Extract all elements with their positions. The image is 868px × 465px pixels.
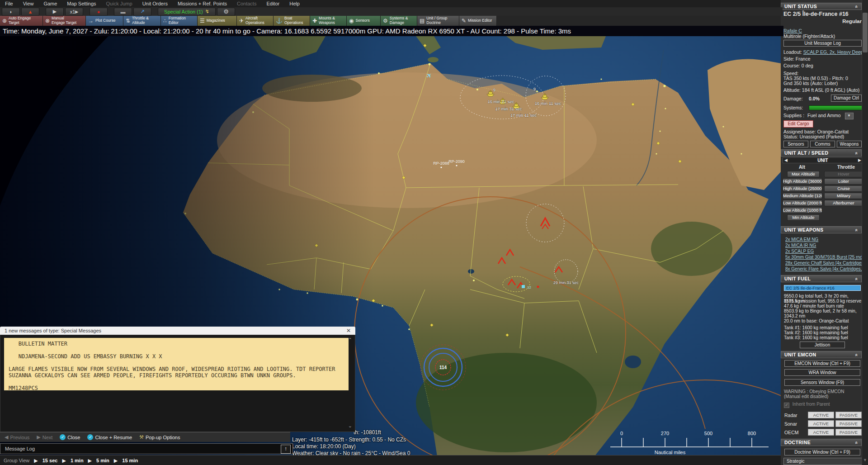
doctrine-strategic-item[interactable]: Strategic [783,458,863,465]
weapon-link[interactable]: 8x Generic Flare Salvo [4x Cartridges, D… [785,266,868,271]
menu-game[interactable]: Game [38,1,62,6]
cruise-throttle-button[interactable]: Cruise [824,185,863,192]
speed-x1-button[interactable]: x1▶ [65,8,83,16]
record-button[interactable]: ● [90,8,108,16]
sonar-active-button[interactable]: ACTIVE [808,420,834,427]
weapon-link[interactable]: 2x SCALP EG [785,249,814,254]
collapse-icon[interactable]: « [854,5,860,9]
popup-title-bar[interactable]: 1 new messages of type: Special Messages [0,327,355,335]
medium-altitude-button[interactable]: Medium Altitude (12000 ft) [783,193,822,199]
play-button[interactable]: ▶ [46,8,64,16]
sensors-button[interactable]: ◉Sensors [347,16,381,26]
menu-help[interactable]: Help [284,1,305,6]
jettison-button[interactable]: Jettison [800,342,845,348]
weapons-panel-button[interactable]: Weapons [837,141,862,147]
oecm-active-button[interactable]: ACTIVE [808,429,834,436]
expand-log-button[interactable]: ↑ [281,445,291,454]
close-resume-button[interactable]: ✓Close + Resume [87,434,132,440]
sensors-panel-button[interactable]: Sensors [783,141,808,147]
mounts-weapons-button[interactable]: ✚Mounts & Weapons [310,16,347,26]
group-view-label[interactable]: Group View [4,458,29,463]
popup-options-button[interactable]: ⚒Pop-up Options [139,434,180,440]
edit-cargo-button[interactable]: Edit Cargo [783,120,813,128]
collapse-icon[interactable]: « [854,278,860,281]
step-15sec[interactable]: 15 sec [42,458,58,463]
unit-weapons-header[interactable]: UNIT WEAPONS« [781,226,862,233]
collapse-icon[interactable]: « [854,229,860,232]
reference-point-marker[interactable] [456,165,457,166]
supplies-dropdown[interactable]: ▼ [845,113,854,119]
high-altitude-36000-button[interactable]: High Altitude (36000 ft) [783,178,822,185]
sidebar-scrollbar[interactable]: ▼ [862,0,868,465]
magazines-button[interactable]: ☰Magazines [198,16,237,26]
comms-panel-button[interactable]: Comms [810,141,835,147]
unit-emcon-header[interactable]: UNIT EMCON« [781,351,862,358]
mission-editor-button[interactable]: ✎Mission Editor [459,16,497,26]
emcon-window-button[interactable]: EMCON Window (Ctrl + F9) [784,360,860,367]
doctrine-ribbon-button[interactable]: ▤Unit / Group Doctrine [417,16,459,26]
boat-operations-button[interactable]: ⚓Boat Operations [274,16,310,26]
sensors-window-button[interactable]: Sensors Window (F9) [784,379,860,386]
radar-active-button[interactable]: ACTIVE [808,412,834,418]
message-log-bar[interactable]: Message Log ↑ [0,443,293,454]
weapon-link[interactable]: 28x Generic Chaff Salvo [4x Cartridges] [785,261,865,266]
special-action-button[interactable]: Special Action (1) ↯ [158,8,216,16]
flame-button[interactable]: ▲ [21,8,39,16]
max-altitude-button[interactable]: Max Altitude [787,171,820,177]
jump-button[interactable]: ↗ [133,8,151,16]
doctrine-header[interactable]: DOCTRINE« [781,439,862,446]
step-15min[interactable]: 15 min [122,458,138,463]
scope-right-icon[interactable]: ▶ [858,158,861,162]
doctrine-window-button[interactable]: Doctrine Window (Ctrl + F9) [784,449,860,456]
menu-unit-orders[interactable]: Unit Orders [137,1,173,6]
unit-status-header[interactable]: UNIT STATUS« [781,3,862,10]
menu-view[interactable]: View [18,1,39,6]
wra-window-button[interactable]: WRA Window [784,369,860,376]
loadout-link[interactable]: SCALP EG, 2x, Heavy Deep Strike [803,49,868,55]
systems-damage-button[interactable]: ⚙Systems & Damage [381,16,417,26]
fuel-unit-selected[interactable]: EC 2/5 Ile-de-France #16 [784,285,861,291]
menu-file[interactable]: File [0,1,18,6]
unit-fuel-header[interactable]: UNIT FUEL« [781,275,862,282]
throttle-altitude-button[interactable]: ⇅Throttle & Altitude [123,16,161,26]
clock-button[interactable]: ◗ [2,8,20,16]
plot-course-button[interactable]: →Plot Course [86,16,123,26]
settings-button[interactable]: ⚙ [217,8,235,16]
step-arrow-icon[interactable]: ▶ [34,458,38,464]
step-arrow-icon[interactable]: ▶ [62,458,66,464]
military-throttle-button[interactable]: Military [824,193,863,199]
hostile-dot-marker[interactable] [537,286,539,288]
close-button[interactable]: ✓Close [60,434,80,440]
low-altitude-1000-button[interactable]: Low Altitude (1000 ft) [783,207,822,214]
unit-message-log-button[interactable]: Unit Message Log [783,40,862,47]
manual-engage-button[interactable]: ⊗Manual Engage Target [43,16,86,26]
weapon-link[interactable]: 2x MICA IR NG [785,243,816,248]
high-altitude-25000-button[interactable]: High Altitude (25000 ft) [783,185,822,192]
scrollbar-thumb[interactable] [863,13,868,52]
menu-missions-ref-points[interactable]: Missions + Ref. Points [173,1,232,6]
afterburner-throttle-button[interactable]: Afterburner [824,200,863,206]
loiter-throttle-button[interactable]: Loiter [824,178,863,185]
scroll-up-icon[interactable]: ⌃ [348,337,352,343]
collapse-icon[interactable]: « [854,441,860,445]
collapse-icon[interactable]: « [854,354,860,357]
reference-point-marker[interactable] [440,166,442,168]
reference-point-label[interactable]: RP-2088 [433,161,449,166]
scroll-down-icon[interactable]: ⌄ [348,423,352,429]
menu-map-settings[interactable]: Map Settings [62,1,101,6]
step-1min[interactable]: 1 min [71,458,84,463]
sonar-passive-button[interactable]: PASSIVE [835,420,862,427]
step-arrow-icon[interactable]: ▶ [114,458,118,464]
reference-point-label[interactable]: RP-2090 [448,159,465,164]
friendly-contact-marker[interactable] [522,285,525,288]
collapse-icon[interactable]: « [854,152,860,155]
oecm-passive-button[interactable]: PASSIVE [835,429,862,436]
unit-alt-speed-header[interactable]: UNIT ALT / SPEED« [781,149,862,157]
formation-editor-button[interactable]: ∴Formation Editor [161,16,198,26]
damage-ctrl-button[interactable]: Damage Ctrl [831,95,862,102]
low-altitude-2000-button[interactable]: Low Altitude (2000 ft) [783,200,822,206]
weapon-link[interactable]: 5x 30mm Giat 30/M791B Burst [25 rnds] [785,255,866,260]
step-arrow-icon[interactable]: ▶ [88,458,92,464]
weapon-link[interactable]: 2x MICA EM NG [785,237,818,242]
aircraft-operations-button[interactable]: ✈Aircraft Operations [237,16,274,26]
